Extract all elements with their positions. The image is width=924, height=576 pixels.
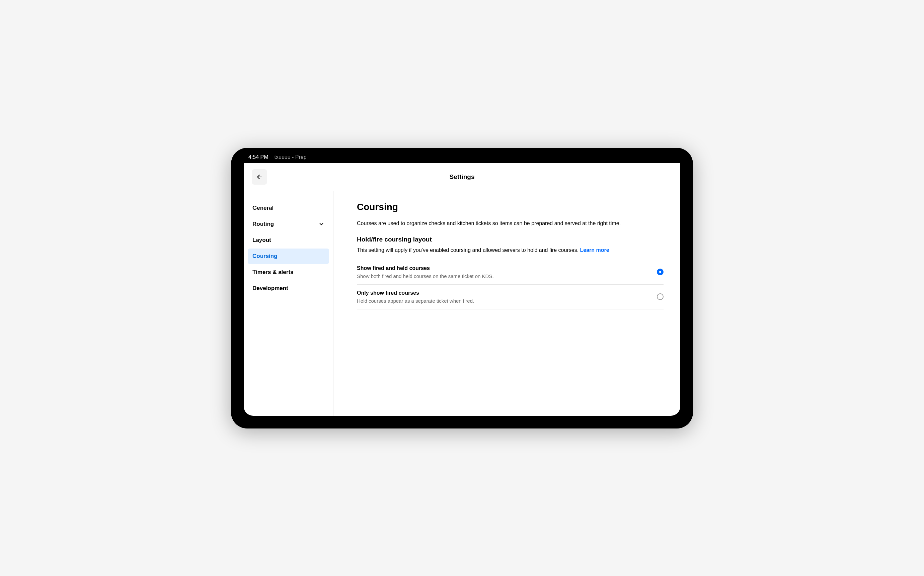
sidebar-item-timers-alerts[interactable]: Timers & alerts [248,265,329,280]
option-text: Only show fired courses Held courses app… [357,290,650,304]
sidebar-item-development[interactable]: Development [248,281,329,296]
option-only-show-fired[interactable]: Only show fired courses Held courses app… [357,285,664,309]
content-heading: Coursing [357,202,664,213]
tablet-frame: 4:54 PM txuuuu - Prep Settings [231,148,693,429]
tablet-screen: 4:54 PM txuuuu - Prep Settings [244,151,680,416]
content-description: Courses are used to organize checks and … [357,220,664,227]
radio-only-show-fired[interactable] [657,293,664,300]
sidebar-item-label: Routing [252,221,274,227]
radio-show-fired-and-held[interactable] [657,269,664,275]
option-text: Show fired and held courses Show both fi… [357,265,650,279]
option-subtitle: Show both fired and held courses on the … [357,273,650,279]
status-bar: 4:54 PM txuuuu - Prep [244,151,680,163]
status-app-label: txuuuu - Prep [274,154,306,160]
main-content: Coursing Courses are used to organize ch… [334,191,680,416]
app-header: Settings [244,163,680,191]
sidebar-item-routing[interactable]: Routing [248,216,329,232]
arrow-left-icon [256,174,263,180]
learn-more-link[interactable]: Learn more [580,247,609,253]
option-title: Show fired and held courses [357,265,650,271]
option-title: Only show fired courses [357,290,650,296]
chevron-down-icon [318,221,324,227]
body-layout: General Routing Layout Coursing [244,191,680,416]
option-show-fired-and-held[interactable]: Show fired and held courses Show both fi… [357,260,664,285]
section-description-text: This setting will apply if you've enable… [357,247,580,253]
sidebar-item-label: Layout [252,237,271,243]
status-time: 4:54 PM [249,154,268,160]
sidebar: General Routing Layout Coursing [244,191,334,416]
page-title: Settings [450,173,475,181]
sidebar-item-label: Timers & alerts [252,269,294,276]
section-description: This setting will apply if you've enable… [357,247,664,253]
sidebar-item-label: Development [252,285,288,292]
app-content: Settings General Routing Layo [244,163,680,416]
sidebar-item-label: General [252,205,274,211]
sidebar-item-general[interactable]: General [248,200,329,216]
sidebar-item-label: Coursing [252,253,278,259]
sidebar-item-coursing[interactable]: Coursing [248,248,329,264]
sidebar-item-layout[interactable]: Layout [248,232,329,248]
back-button[interactable] [252,169,267,185]
section-heading: Hold/fire coursing layout [357,236,664,243]
option-subtitle: Held courses appear as a separate ticket… [357,298,650,304]
